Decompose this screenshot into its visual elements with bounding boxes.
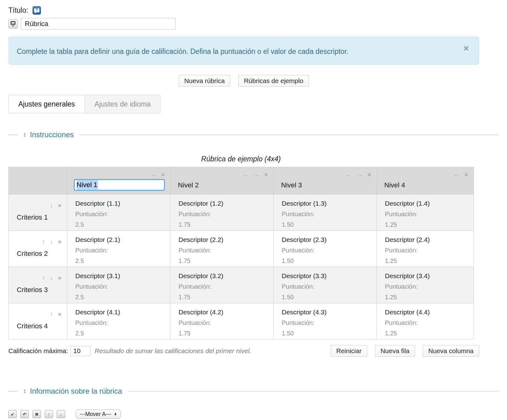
delete-column-icon[interactable]: × [465, 172, 468, 177]
move-down-button[interactable]: ↓ [57, 410, 65, 418]
score-value[interactable]: 1.25 [385, 257, 470, 265]
move-column-left-icon[interactable]: ← [454, 172, 460, 177]
move-row-up-icon[interactable]: ↑ [42, 239, 45, 245]
descriptor-text[interactable]: Descriptor (1.3) [282, 200, 373, 207]
descriptor-text[interactable]: Descriptor (1.4) [385, 200, 470, 207]
level-label[interactable]: Nivel 3 [274, 177, 377, 189]
descriptor-cell-4-4[interactable]: Descriptor (4.4) Puntuación: 1.25 [377, 303, 474, 339]
max-grade-input[interactable] [71, 346, 90, 356]
descriptor-cell-4-1[interactable]: Descriptor (4.1) Puntuación: 2.5 [67, 303, 170, 339]
score-value[interactable]: 1.50 [282, 330, 373, 337]
descriptor-cell-2-4[interactable]: Descriptor (2.4) Puntuación: 1.25 [377, 231, 474, 267]
reset-button[interactable]: Reiniciar [331, 345, 367, 357]
score-value[interactable]: 1.50 [282, 221, 373, 228]
move-column-left-icon[interactable]: ← [346, 172, 352, 177]
descriptor-text[interactable]: Descriptor (4.1) [75, 308, 167, 316]
delete-column-icon[interactable]: × [264, 172, 268, 177]
move-column-left-icon[interactable]: ← [243, 172, 249, 177]
move-row-down-icon[interactable]: ↓ [50, 275, 53, 281]
help-icon[interactable]: ? [33, 6, 41, 15]
descriptor-text[interactable]: Descriptor (1.1) [75, 200, 167, 207]
delete-row-icon[interactable]: × [58, 275, 61, 281]
descriptor-cell-4-2[interactable]: Descriptor (4.2) Puntuación: 1.75 [170, 303, 274, 339]
descriptor-cell-2-3[interactable]: Descriptor (2.3) Puntuación: 1.50 [274, 231, 377, 267]
descriptor-text[interactable]: Descriptor (2.4) [385, 236, 470, 243]
level-1-name-input[interactable]: Nivel 1 [74, 179, 165, 190]
descriptor-text[interactable]: Descriptor (3.4) [385, 272, 470, 280]
select-check-button[interactable]: ✔ [8, 410, 17, 418]
descriptor-cell-2-1[interactable]: Descriptor (2.1) Puntuación: 2.5 [67, 231, 170, 267]
score-label: Puntuación: [385, 283, 470, 290]
criterion-label[interactable]: Criterios 1 [9, 208, 67, 221]
move-column-right-icon[interactable]: → [254, 172, 259, 177]
collapse-resize-icon[interactable]: ↕ [23, 388, 26, 395]
descriptor-text[interactable]: Descriptor (3.2) [179, 272, 270, 280]
new-rubric-button[interactable]: Nueva rúbrica [179, 75, 230, 87]
criterion-label[interactable]: Criterios 2 [9, 245, 67, 258]
descriptor-cell-3-4[interactable]: Descriptor (3.4) Puntuación: 1.25 [377, 267, 474, 303]
criterion-label[interactable]: Criterios 3 [9, 281, 67, 294]
score-value[interactable]: 1.75 [179, 221, 270, 228]
delete-row-icon[interactable]: × [58, 203, 61, 208]
move-row-up-icon[interactable]: ↑ [50, 311, 53, 317]
descriptor-text[interactable]: Descriptor (2.2) [179, 236, 270, 243]
rubric-title-input[interactable] [21, 18, 176, 30]
section-title-instructions[interactable]: Instrucciones [30, 130, 74, 139]
descriptor-cell-1-4[interactable]: Descriptor (1.4) Puntuación: 1.25 [377, 195, 474, 231]
descriptor-cell-2-2[interactable]: Descriptor (2.2) Puntuación: 1.75 [170, 231, 274, 267]
delete-column-icon[interactable]: × [161, 172, 165, 177]
editor-toggle-icon[interactable] [8, 19, 18, 28]
descriptor-cell-3-1[interactable]: Descriptor (3.1) Puntuación: 2.5 [67, 267, 170, 303]
collapse-resize-icon[interactable]: ↕ [23, 131, 26, 138]
score-value[interactable]: 1.25 [385, 330, 470, 337]
move-column-right-icon[interactable]: → [150, 172, 156, 177]
new-row-button[interactable]: Nueva fila [375, 345, 415, 357]
delete-button[interactable]: ✖ [33, 410, 41, 418]
descriptor-cell-1-1[interactable]: Descriptor (1.1) Puntuación: 2.5 [67, 195, 170, 231]
score-value[interactable]: 1.25 [385, 221, 470, 228]
level-label[interactable]: Nivel 2 [170, 177, 273, 189]
level-label[interactable]: Nivel 4 [377, 177, 474, 189]
criterion-label[interactable]: Criterios 4 [9, 317, 67, 330]
descriptor-cell-1-2[interactable]: Descriptor (1.2) Puntuación: 1.75 [170, 195, 274, 231]
score-value[interactable]: 1.50 [282, 294, 373, 301]
descriptor-cell-3-2[interactable]: Descriptor (3.2) Puntuación: 1.75 [170, 267, 274, 303]
move-row-up-icon[interactable]: ↑ [42, 275, 45, 281]
undo-button[interactable]: ↶ [20, 410, 29, 418]
delete-column-icon[interactable]: × [368, 172, 371, 177]
score-value[interactable]: 2.5 [75, 257, 167, 265]
descriptor-text[interactable]: Descriptor (2.3) [282, 236, 373, 243]
score-value[interactable]: 1.75 [179, 257, 270, 265]
score-label: Puntuación: [75, 319, 167, 326]
tab-language-settings[interactable]: Ajustes de idioma [85, 95, 161, 113]
score-value[interactable]: 1.75 [179, 330, 270, 337]
move-row-down-icon[interactable]: ↓ [50, 239, 53, 245]
score-value[interactable]: 2.5 [75, 221, 167, 228]
score-value[interactable]: 1.50 [282, 257, 373, 265]
banner-close-icon[interactable]: × [463, 44, 469, 53]
move-row-down-icon[interactable]: ↓ [50, 203, 53, 208]
descriptor-text[interactable]: Descriptor (3.1) [75, 272, 167, 280]
descriptor-text[interactable]: Descriptor (4.2) [179, 308, 270, 316]
section-title-rubric-info[interactable]: Información sobre la rúbrica [30, 387, 122, 396]
descriptor-cell-4-3[interactable]: Descriptor (4.3) Puntuación: 1.50 [274, 303, 377, 339]
score-value[interactable]: 1.75 [179, 294, 270, 301]
descriptor-text[interactable]: Descriptor (3.3) [282, 272, 373, 280]
descriptor-cell-1-3[interactable]: Descriptor (1.3) Puntuación: 1.50 [274, 195, 377, 231]
example-rubrics-button[interactable]: Rúbricas de ejemplo [238, 75, 309, 87]
score-value[interactable]: 2.5 [75, 330, 167, 337]
descriptor-text[interactable]: Descriptor (2.1) [75, 236, 167, 243]
new-column-button[interactable]: Nueva columna [423, 345, 479, 357]
score-value[interactable]: 2.5 [75, 294, 167, 301]
descriptor-text[interactable]: Descriptor (4.4) [385, 308, 470, 316]
score-value[interactable]: 1.25 [385, 294, 470, 301]
descriptor-text[interactable]: Descriptor (4.3) [282, 308, 373, 316]
move-up-button[interactable]: ↑ [45, 410, 53, 418]
descriptor-cell-3-3[interactable]: Descriptor (3.3) Puntuación: 1.50 [274, 267, 377, 303]
delete-row-icon[interactable]: × [58, 239, 61, 245]
delete-row-icon[interactable]: × [58, 311, 61, 317]
tab-general-settings[interactable]: Ajustes generales [8, 95, 85, 113]
descriptor-text[interactable]: Descriptor (1.2) [179, 200, 270, 207]
move-to-select[interactable]: ---Mover A--- ▲▼ [76, 409, 121, 419]
move-column-right-icon[interactable]: → [357, 172, 363, 177]
